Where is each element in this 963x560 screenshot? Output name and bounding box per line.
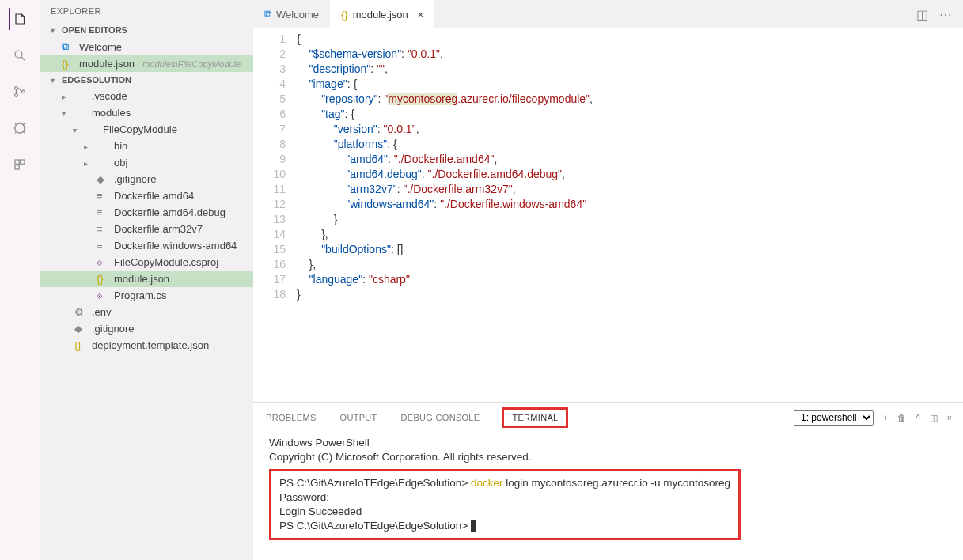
open-editor-welcome[interactable]: ⧉Welcome [40, 38, 253, 55]
debug-icon[interactable] [9, 117, 31, 139]
svg-point-2 [15, 94, 18, 97]
split-editor-icon[interactable]: ◫ [916, 7, 928, 22]
open-editors-header[interactable]: OPEN EDITORS [40, 22, 253, 38]
json-icon: {} [62, 58, 74, 70]
tree-item[interactable]: FileCopyModule [40, 121, 253, 138]
tree-item[interactable]: .vscode [40, 88, 253, 104]
files-icon[interactable] [9, 8, 31, 30]
file-icon: ≡ [97, 190, 109, 202]
bottom-panel: PROBLEMS OUTPUT DEBUG CONSOLE TERMINAL 1… [253, 402, 963, 560]
file-icon: {} [97, 273, 109, 285]
tab-welcome[interactable]: ⧉Welcome [253, 0, 330, 28]
terminal-line: Password: [279, 490, 730, 505]
tree-item[interactable]: obj [40, 154, 253, 171]
code-content: { "$schema-version": "0.0.1", "descripti… [297, 28, 963, 402]
tree-item[interactable]: ⚙.env [40, 304, 253, 320]
vscode-icon: ⧉ [62, 40, 74, 53]
vscode-icon: ⧉ [264, 8, 271, 21]
tree-item[interactable]: ◆.gitignore [40, 171, 253, 187]
json-icon: {} [341, 9, 348, 21]
svg-point-0 [15, 51, 22, 58]
tab-output[interactable]: OUTPUT [339, 410, 379, 426]
svg-point-4 [15, 123, 25, 133]
tree-item[interactable]: {}deployment.template.json [40, 337, 253, 354]
terminal-line: Copyright (C) Microsoft Corporation. All… [269, 450, 947, 464]
activity-bar [0, 0, 40, 560]
terminal-content[interactable]: Windows PowerShell Copyright (C) Microso… [253, 428, 963, 560]
tree-item[interactable]: modules [40, 104, 253, 121]
kill-terminal-icon[interactable]: 🗑 [897, 413, 906, 422]
terminal-select[interactable]: 1: powershell [794, 410, 874, 426]
file-icon: ≡ [97, 240, 109, 252]
terminal-line: Windows PowerShell [269, 436, 947, 450]
svg-rect-7 [15, 165, 19, 169]
panel-tabs: PROBLEMS OUTPUT DEBUG CONSOLE TERMINAL 1… [253, 403, 963, 428]
svg-point-3 [22, 90, 25, 93]
new-terminal-icon[interactable]: + [883, 413, 888, 422]
more-icon[interactable]: ⋯ [939, 7, 952, 22]
main-area: ⧉Welcome {}module.json× ◫ ⋯ 123456789101… [253, 0, 963, 560]
svg-rect-5 [15, 160, 19, 164]
editor-tabs: ⧉Welcome {}module.json× ◫ ⋯ [253, 0, 963, 28]
tab-terminal[interactable]: TERMINAL [502, 407, 568, 428]
file-icon: ⟐ [97, 256, 109, 268]
open-editor-module-json[interactable]: {}module.jsonmodules\FileCopyModule [40, 55, 253, 72]
file-icon: ⚙ [74, 306, 87, 318]
explorer-title: EXPLORER [40, 0, 253, 22]
close-panel-icon[interactable]: × [947, 413, 952, 422]
tree-item[interactable]: ⟐FileCopyModule.csproj [40, 254, 253, 271]
highlighted-terminal-block: PS C:\Git\AzureIoTEdge\EdgeSolution> doc… [269, 469, 741, 540]
search-icon[interactable] [9, 44, 31, 66]
svg-rect-6 [21, 160, 25, 164]
file-icon: ≡ [97, 206, 109, 218]
file-icon: ◆ [97, 173, 109, 185]
tree-item[interactable]: bin [40, 138, 253, 154]
svg-point-1 [15, 87, 18, 90]
cursor [471, 520, 476, 532]
terminal-line: Login Succeeded [279, 505, 730, 519]
tree-item[interactable]: ≡Dockerfile.amd64 [40, 187, 253, 204]
tab-problems[interactable]: PROBLEMS [264, 410, 318, 426]
source-control-icon[interactable] [9, 81, 31, 103]
tab-module-json[interactable]: {}module.json× [330, 0, 434, 28]
tree-item[interactable]: {}module.json [40, 271, 253, 287]
tab-debug-console[interactable]: DEBUG CONSOLE [400, 410, 482, 426]
line-gutter: 123456789101112131415161718 [253, 28, 297, 402]
split-icon[interactable]: ◫ [930, 413, 938, 423]
chevron-up-icon[interactable]: ^ [916, 413, 919, 422]
file-icon: ⟐ [97, 289, 109, 301]
explorer-sidebar: EXPLORER OPEN EDITORS ⧉Welcome {}module.… [40, 0, 253, 560]
file-icon: ◆ [74, 323, 87, 335]
tree-item[interactable]: ≡Dockerfile.windows-amd64 [40, 237, 253, 254]
extensions-icon[interactable] [9, 153, 31, 176]
file-icon: ≡ [97, 223, 109, 235]
terminal-line: PS C:\Git\AzureIoTEdge\EdgeSolution> [279, 519, 730, 533]
project-header[interactable]: EDGESOLUTION [40, 72, 253, 88]
code-editor[interactable]: 123456789101112131415161718 { "$schema-v… [253, 28, 963, 402]
tree-item[interactable]: ⟐Program.cs [40, 287, 253, 304]
tree-item[interactable]: ≡Dockerfile.amd64.debug [40, 204, 253, 221]
close-icon[interactable]: × [418, 9, 424, 21]
terminal-line: PS C:\Git\AzureIoTEdge\EdgeSolution> doc… [279, 476, 730, 490]
tree-item[interactable]: ≡Dockerfile.arm32v7 [40, 221, 253, 237]
tree-item[interactable]: ◆.gitignore [40, 320, 253, 337]
file-icon: {} [74, 339, 87, 351]
